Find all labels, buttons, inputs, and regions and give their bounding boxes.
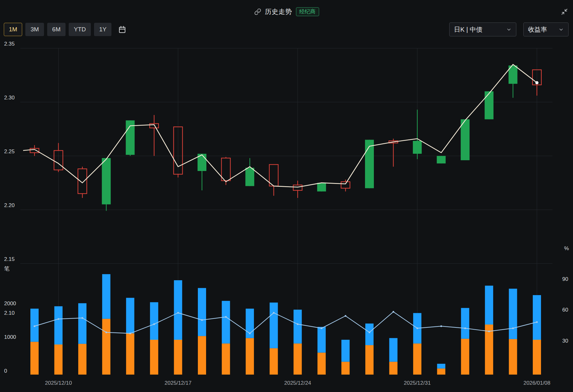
chevron-down-icon	[558, 27, 564, 32]
volume-bar-orange	[126, 333, 134, 375]
volume-bar-blue	[318, 327, 326, 352]
axis-labels: 2.352.302.252.202.152.10笔200010000%90603…	[4, 41, 569, 374]
range-ytd-button[interactable]: YTD	[69, 23, 91, 36]
volume-bar-blue	[437, 364, 445, 369]
volume-bar-orange	[78, 344, 86, 375]
candle	[102, 158, 111, 211]
svg-text:0: 0	[4, 368, 7, 374]
range-1m-button[interactable]: 1M	[4, 23, 22, 36]
volume-bar-orange	[318, 353, 326, 375]
candle	[413, 110, 422, 159]
metric-dropdown[interactable]: 收益率	[523, 22, 569, 36]
collapse-button[interactable]	[560, 7, 569, 16]
volume-bar-blue	[270, 303, 278, 348]
volume-bar-orange	[102, 319, 110, 375]
candle	[317, 183, 326, 191]
history-trend-panel: 历史走势 经纪商 1M 3M 6M YTD 1Y 日K	[0, 0, 573, 392]
range-buttons: 1M 3M 6M YTD 1Y	[4, 23, 127, 36]
candle	[245, 158, 254, 186]
svg-text:2.10: 2.10	[4, 310, 15, 316]
volume-bar-blue	[126, 298, 134, 333]
candle	[341, 180, 350, 191]
calendar-button[interactable]	[117, 24, 127, 35]
candle	[508, 64, 517, 98]
calendar-icon	[118, 26, 126, 33]
volume-bar-orange	[509, 339, 517, 375]
volume-bar-blue	[341, 340, 349, 362]
toolbar: 1M 3M 6M YTD 1Y 日K | 中债 收益率	[4, 22, 569, 37]
candle	[150, 115, 159, 156]
candle	[437, 156, 446, 163]
candle	[269, 165, 278, 196]
volume-bar-blue	[293, 310, 302, 344]
svg-text:2025/12/31: 2025/12/31	[404, 380, 431, 386]
candle	[485, 91, 494, 119]
volume-bar-blue	[78, 303, 86, 344]
svg-text:2025/12/17: 2025/12/17	[165, 380, 192, 386]
volume-bar-orange	[413, 344, 421, 375]
volume-bar-orange	[293, 344, 302, 375]
volume-bar-blue	[365, 324, 374, 345]
candle	[461, 119, 469, 160]
header: 历史走势 经纪商	[0, 6, 573, 17]
svg-text:1000: 1000	[4, 334, 16, 340]
candle	[30, 145, 39, 156]
volume-bar-orange	[54, 345, 63, 375]
volume-bar-blue	[509, 289, 517, 339]
volume-bar-blue	[461, 308, 469, 339]
volume-bar-orange	[389, 362, 398, 375]
svg-text:2.25: 2.25	[4, 149, 15, 155]
volume-bar-blue	[389, 338, 398, 362]
kline-source-dropdown[interactable]: 日K | 中债	[449, 22, 516, 36]
link-icon	[254, 8, 261, 15]
svg-text:2025/12/24: 2025/12/24	[284, 380, 311, 386]
range-3m-button[interactable]: 3M	[25, 23, 44, 36]
volume-bar-blue	[222, 301, 230, 344]
broker-badge: 经纪商	[296, 7, 319, 16]
metric-label: 收益率	[528, 25, 547, 34]
volume-bar-orange	[341, 362, 349, 375]
volume-bar-blue	[198, 288, 206, 336]
volume-bar-blue	[174, 280, 182, 340]
svg-text:2.30: 2.30	[4, 95, 15, 101]
volume-bar-blue	[533, 295, 541, 340]
volume-bar-orange	[222, 344, 230, 375]
grid-lines	[20, 48, 552, 375]
chevron-down-icon	[506, 27, 512, 32]
svg-text:2025/12/10: 2025/12/10	[45, 380, 72, 386]
volume-bar-orange	[30, 342, 39, 375]
volume-bar-orange	[437, 369, 445, 375]
svg-text:60: 60	[562, 307, 568, 313]
volume-bar-orange	[150, 340, 158, 375]
svg-text:30: 30	[562, 338, 568, 344]
volume-bar-blue	[485, 286, 493, 325]
candlestick-series	[30, 64, 541, 211]
kline-source-label: 日K | 中债	[454, 25, 482, 34]
volume-bar-orange	[270, 348, 278, 375]
pct-unit-label: %	[564, 245, 569, 251]
svg-text:90: 90	[562, 276, 568, 282]
candle	[222, 157, 230, 185]
svg-text:2.35: 2.35	[4, 41, 15, 47]
volume-bar-blue	[150, 302, 158, 340]
cdb-yield-line	[10, 64, 537, 187]
volume-bar-orange	[246, 338, 254, 375]
cdb-line-endpoint	[535, 81, 538, 84]
history-chart[interactable]: 2.352.302.252.202.152.10笔200010000%90603…	[0, 0, 573, 392]
volume-bar-orange	[461, 339, 469, 375]
x-axis-date-labels: 2025/12/102025/12/172025/12/242025/12/31…	[45, 380, 550, 386]
volume-bar-blue	[54, 306, 63, 345]
svg-text:2.20: 2.20	[4, 202, 15, 208]
volume-bar-orange	[533, 340, 541, 375]
range-1y-button[interactable]: 1Y	[94, 23, 111, 36]
candle	[198, 154, 206, 191]
range-6m-button[interactable]: 6M	[47, 23, 66, 36]
candle	[365, 140, 374, 188]
volume-bar-orange	[198, 336, 206, 375]
collapse-icon	[561, 8, 568, 15]
volume-bars	[30, 274, 541, 375]
volume-unit-label: 笔	[4, 266, 9, 272]
svg-text:2000: 2000	[4, 300, 16, 307]
volume-bar-orange	[174, 340, 182, 375]
svg-text:2026/01/08: 2026/01/08	[523, 380, 550, 386]
